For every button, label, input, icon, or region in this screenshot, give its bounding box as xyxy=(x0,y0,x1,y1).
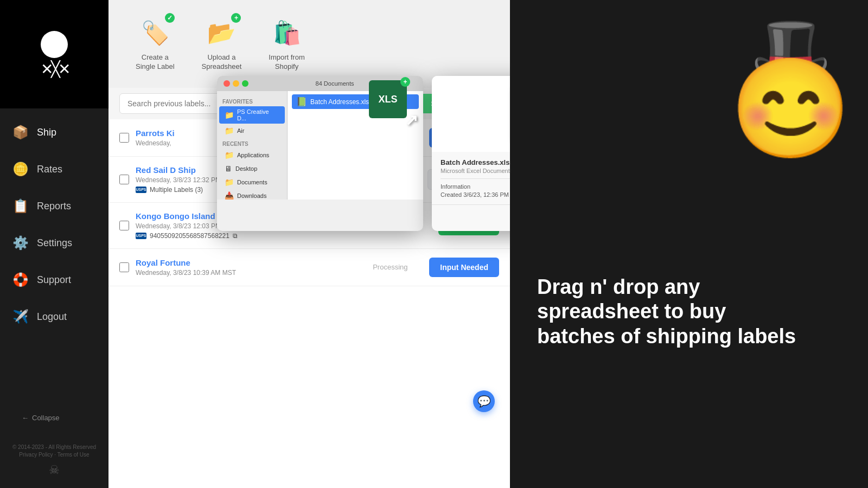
collapse-arrow-icon: ← xyxy=(22,414,29,422)
shipment-checkbox-2[interactable] xyxy=(119,175,129,184)
chat-bubble-button[interactable]: 💬 xyxy=(473,390,495,412)
file-preview-icon-area: XLSX ≡ xyxy=(432,76,510,152)
shipment-info-4: Royal Fortune Wednesday, 3/8/23 10:39 AM… xyxy=(136,258,351,277)
preview-filename: Batch Addresses.xlsx xyxy=(441,158,510,166)
collapse-button[interactable]: ← Collapse xyxy=(11,408,98,427)
hat-emoji-area: 🎩 😊 xyxy=(730,16,852,157)
upload-spreadsheet-icon: 📂 + xyxy=(205,16,238,49)
logout-icon: ✈️ xyxy=(11,307,30,326)
recents-section-label: Recents xyxy=(217,138,287,148)
sidebar-label-rates: Rates xyxy=(37,164,62,175)
preview-filetype: Microsoft Excel Document · 166 KB xyxy=(441,168,510,174)
favorites-section-label: Favorites xyxy=(217,95,287,106)
mac-maximize-dot[interactable] xyxy=(242,80,248,87)
ship-icon: 📦 xyxy=(11,123,30,142)
promo-text-content: Drag n' drop any spreadsheet to buy batc… xyxy=(537,275,796,348)
sidebar-label-ship: Ship xyxy=(37,127,56,138)
mac-sidebar-downloads[interactable]: 📥 Downloads xyxy=(219,189,285,200)
promo-illustration: 🎩 😊 xyxy=(730,16,852,157)
created-date: 3/6/23, 12:36 PM xyxy=(463,191,509,198)
table-row: Royal Fortune Wednesday, 3/8/23 10:39 AM… xyxy=(108,249,510,286)
mac-sidebar-documents[interactable]: 📁 Documents xyxy=(219,176,285,189)
action-buttons-row: 🏷️ ✓ Create a Single Label 📂 + Upload a … xyxy=(108,0,510,88)
promo-text: Drag n' drop any spreadsheet to buy batc… xyxy=(537,275,808,349)
folder-icon: 📁 xyxy=(225,111,234,119)
import-shopify-icon: 🛍️ xyxy=(271,16,303,49)
file-preview-info-section: Information Show More Created 3/6/23, 12… xyxy=(441,178,510,198)
sidebar-label-support: Support xyxy=(37,274,71,286)
import-shopify-button[interactable]: 🛍️ Import from Shopify xyxy=(263,11,310,77)
folder-icon-applications: 📁 xyxy=(225,151,234,159)
file-picker-overlay: 84 Documents Favorites 📁 PS Creative D..… xyxy=(217,76,510,231)
shipment-checkbox-4[interactable] xyxy=(119,262,129,272)
support-icon: 🛟 xyxy=(11,270,30,290)
mac-minimize-dot[interactable] xyxy=(233,80,239,87)
info-label: Information xyxy=(441,183,470,190)
dragged-file: XLS + ↗ xyxy=(369,80,407,118)
shipment-checkbox-3[interactable] xyxy=(119,221,129,230)
mac-window-controls xyxy=(224,80,248,87)
sidebar-item-ship[interactable]: 📦 Ship xyxy=(0,114,108,151)
xls-badge-icon: + xyxy=(400,77,410,87)
reports-icon: 📋 xyxy=(11,196,30,216)
upload-spreadsheet-button[interactable]: 📂 + Upload a Spreadsheet xyxy=(196,11,247,77)
shipment-checkbox-1[interactable] xyxy=(119,133,129,143)
collapse-label: Collapse xyxy=(32,414,60,422)
input-needed-button-4[interactable]: Input Needed xyxy=(429,258,499,277)
mac-sidebar-air[interactable]: 📁 Air xyxy=(219,124,285,137)
selected-filename: Batch Addresses.xlsx xyxy=(310,98,372,106)
mac-sidebar-ps-creative[interactable]: 📁 PS Creative D... xyxy=(219,106,285,124)
sidebar-label-logout: Logout xyxy=(37,311,67,323)
usps-icon-2: USPS xyxy=(136,187,146,193)
smiley-emoji: 😊 xyxy=(730,60,852,157)
shipment-name-4[interactable]: Royal Fortune xyxy=(136,258,351,267)
import-shopify-label: Import from Shopify xyxy=(269,53,304,72)
footer-skull-icon: ☠ xyxy=(11,463,98,477)
sidebar-item-support[interactable]: 🛟 Support xyxy=(0,261,108,298)
right-panel: 🎩 😊 Drag n' drop any spreadsheet to buy … xyxy=(510,0,868,488)
mac-close-dot[interactable] xyxy=(224,80,230,87)
folder-icon-desktop: 🖥 xyxy=(225,164,232,173)
sidebar-label-settings: Settings xyxy=(37,237,72,249)
copy-icon-3[interactable]: ⧉ xyxy=(233,232,238,240)
usps-icon-3: USPS xyxy=(136,233,146,239)
sidebar-item-reports[interactable]: 📋 Reports xyxy=(0,188,108,224)
folder-icon-documents: 📁 xyxy=(225,178,234,187)
mac-sidebar-desktop[interactable]: 🖥 Desktop xyxy=(219,162,285,175)
sidebar-item-settings[interactable]: ⚙️ Settings xyxy=(0,224,108,261)
badge-plus-icon: + xyxy=(231,13,241,23)
mac-sidebar-applications[interactable]: 📁 Applications xyxy=(219,149,285,162)
sidebar-nav: 📦 Ship 🪙 Rates 📋 Reports ⚙️ Settings 🛟 S… xyxy=(0,108,108,403)
xls-label: XLS xyxy=(378,94,397,105)
settings-icon: ⚙️ xyxy=(11,233,30,253)
shipment-date-4: Wednesday, 3/8/23 10:39 AM MST xyxy=(136,269,351,277)
mac-sidebar-panel: Favorites 📁 PS Creative D... 📁 Air Recen… xyxy=(217,91,288,200)
cursor-icon: ↗ xyxy=(405,111,418,129)
crossbones-icon: ✕╳✕ xyxy=(41,60,68,78)
sidebar-label-reports: Reports xyxy=(37,201,71,212)
shipment-status-4: Processing xyxy=(358,263,423,271)
badge-checkmark-icon: ✓ xyxy=(165,13,175,23)
dragged-xls-icon: XLS + ↗ xyxy=(369,80,407,118)
skull-head-icon xyxy=(41,31,68,58)
file-info-row: Information Show More xyxy=(441,183,510,190)
selected-file-icon: 📗 xyxy=(296,97,307,107)
logo-skull: ✕╳✕ xyxy=(41,31,68,78)
create-single-label-button[interactable]: 🏷️ ✓ Create a Single Label xyxy=(130,11,180,77)
file-preview-actions: Cancel Open xyxy=(432,204,510,231)
sidebar-item-rates[interactable]: 🪙 Rates xyxy=(0,151,108,188)
rates-icon: 🪙 xyxy=(11,159,30,179)
file-preview-panel: XLSX ≡ xyxy=(432,76,510,231)
sidebar-footer: © 2014-2023 - All Rights Reserved Privac… xyxy=(0,433,108,488)
copyright-text: © 2014-2023 - All Rights Reserved Privac… xyxy=(11,444,98,459)
create-single-label: Create a Single Label xyxy=(136,53,175,72)
tracking-label-2: Multiple Labels (3) xyxy=(150,186,203,194)
tracking-number-3: 9405509205568587568221 xyxy=(150,232,229,240)
shipment-tracking-3: USPS 9405509205568587568221 ⧉ xyxy=(136,232,360,240)
sidebar-item-logout[interactable]: ✈️ Logout xyxy=(0,298,108,335)
file-preview-info: Batch Addresses.xlsx Microsoft Excel Doc… xyxy=(432,152,510,204)
folder-icon-air: 📁 xyxy=(225,126,234,135)
sidebar: ✕╳✕ 📦 Ship 🪙 Rates 📋 Reports ⚙️ Settings… xyxy=(0,0,108,488)
created-label: Created xyxy=(441,191,462,198)
upload-spreadsheet-label: Upload a Spreadsheet xyxy=(202,53,242,72)
